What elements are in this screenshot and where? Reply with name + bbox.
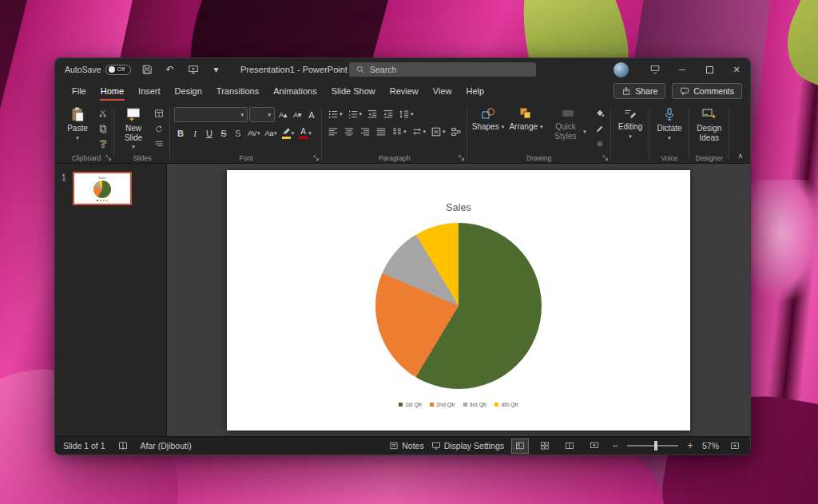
decrease-font-size-button[interactable]: A▾ [291,108,304,121]
quick-styles-button[interactable]: Quick Styles ▾ [547,105,590,142]
zoom-slider[interactable] [627,445,678,446]
strikethrough-button[interactable]: S [217,126,230,140]
section-button[interactable] [152,137,166,149]
normal-view-button[interactable] [511,439,529,454]
character-spacing-button[interactable]: AV ▾ [246,126,261,140]
dropdown-icon: ▾ [132,144,135,149]
text-shadow-button[interactable]: S [232,126,244,140]
font-dialog-launcher[interactable] [313,155,320,161]
slideshow-view-button[interactable] [586,439,603,454]
reset-slide-button[interactable] [152,122,166,134]
menu-tab-design[interactable]: Design [168,81,209,101]
line-spacing-button[interactable]: ▾ [397,107,415,121]
decrease-indent-button[interactable] [365,107,379,121]
zoom-slider-thumb[interactable] [654,441,657,450]
shape-effects-button[interactable] [593,137,607,149]
columns-button[interactable]: ▾ [390,125,408,138]
menu-tab-transitions[interactable]: Transitions [209,81,266,101]
customize-quick-access-button[interactable]: ▾ [209,62,224,77]
text-highlight-button[interactable]: ▾ [280,126,296,140]
undo-button[interactable]: ↶ [163,62,177,77]
underline-button[interactable]: U [203,126,216,140]
user-avatar[interactable] [614,62,629,77]
italic-button[interactable]: I [189,126,201,140]
align-left-button[interactable] [326,125,340,138]
bullet-list-icon [328,109,339,120]
bullets-button[interactable]: ▾ [326,107,344,121]
maximize-button[interactable] [696,58,723,81]
slide[interactable]: Sales 1st Qtr2nd Qtr3rd Qtr4th Qtr [227,170,690,431]
align-center-button[interactable] [342,125,356,138]
align-right-button[interactable] [358,125,372,138]
new-slide-button[interactable]: New Slide ▾ [118,105,149,151]
menu-tab-animations[interactable]: Animations [266,81,324,101]
drawing-dialog-launcher[interactable] [602,155,609,161]
menu-tab-home[interactable]: Home [93,81,131,101]
format-painter-button[interactable] [96,137,110,149]
language-button[interactable]: Afar (Djibouti) [141,441,192,450]
justify-button[interactable] [374,125,388,138]
autosave-toggle[interactable]: AutoSave Off [65,65,131,75]
convert-to-smartart-button[interactable] [449,125,463,138]
align-text-button[interactable]: ▾ [429,125,447,138]
bold-button[interactable]: B [174,126,187,140]
thumbnail-legend [97,200,108,201]
font-size-combobox[interactable]: ▾ [249,107,275,122]
slide-thumbnail[interactable]: Sales [73,172,132,205]
close-button[interactable]: ✕ [723,58,750,81]
dictate-button[interactable]: Dictate ▾ [653,105,685,142]
menu-tab-view[interactable]: View [426,81,459,101]
chart-legend[interactable]: 1st Qtr2nd Qtr3rd Qtr4th Qtr [395,402,522,407]
slide-sorter-view-button[interactable] [536,439,554,454]
workspace: 1 Sales Sales 1st Qtr2nd Qtr3rd Qtr4th Q… [55,164,750,436]
collapse-ribbon-button[interactable]: ∧ [737,152,743,160]
reading-view-button[interactable] [561,439,578,454]
zoom-in-button[interactable]: + [685,440,695,451]
text-direction-button[interactable]: ▾ [410,125,428,138]
display-settings-button[interactable]: Display Settings [431,441,504,450]
arrange-button[interactable]: Arrange ▾ [508,105,543,133]
menu-tab-file[interactable]: File [65,81,93,101]
font-color-button[interactable]: A ▾ [297,126,313,140]
start-slideshow-button[interactable] [186,62,201,77]
collapse-ribbon-icon: ∧ [737,152,743,160]
share-button[interactable]: Share [614,83,665,99]
normal-view-icon [515,441,525,450]
paragraph-dialog-launcher[interactable] [459,155,465,161]
ribbon-display-options-button[interactable] [641,58,669,81]
cut-button[interactable] [96,107,110,119]
slide-indicator[interactable]: Slide 1 of 1 [63,441,105,450]
numbering-button[interactable]: ▾ [346,107,364,121]
copy-button[interactable] [96,122,110,134]
menu-tab-slideshow[interactable]: Slide Show [324,81,383,101]
font-name-combobox[interactable]: ▾ [174,107,248,122]
proofing-button[interactable] [117,440,129,451]
change-case-button[interactable]: Aa ▾ [263,126,278,140]
shape-fill-button[interactable] [593,107,607,119]
comments-button[interactable]: Comments [672,83,742,99]
paste-button[interactable]: Paste ▾ [62,105,93,142]
search-box[interactable]: Search [349,62,536,77]
editing-button[interactable]: Editing ▾ [615,105,646,141]
clipboard-dialog-launcher[interactable] [105,155,112,161]
increase-indent-button[interactable] [381,107,395,121]
zoom-level[interactable]: 57% [702,441,719,450]
pie-chart[interactable] [375,223,542,389]
shapes-button[interactable]: Shapes ▾ [471,105,506,133]
clear-formatting-button[interactable]: A [305,108,318,121]
zoom-out-button[interactable]: − [610,440,620,451]
slide-layout-button[interactable] [152,107,166,119]
dropdown-icon: ▾ [340,111,343,117]
design-ideas-button[interactable]: Design Ideas [693,105,725,144]
save-button[interactable] [140,62,154,77]
shape-outline-button[interactable] [593,122,607,134]
menu-tab-insert[interactable]: Insert [131,81,168,101]
chart-title[interactable]: Sales [446,202,471,213]
menu-tab-review[interactable]: Review [383,81,426,101]
menu-tab-help[interactable]: Help [459,81,491,101]
fit-slide-button[interactable] [726,439,744,454]
increase-font-size-button[interactable]: A▴ [276,108,289,121]
notes-button[interactable]: Notes [389,441,423,450]
minimize-button[interactable]: ─ [669,58,696,81]
autosave-switch[interactable]: Off [105,65,131,75]
